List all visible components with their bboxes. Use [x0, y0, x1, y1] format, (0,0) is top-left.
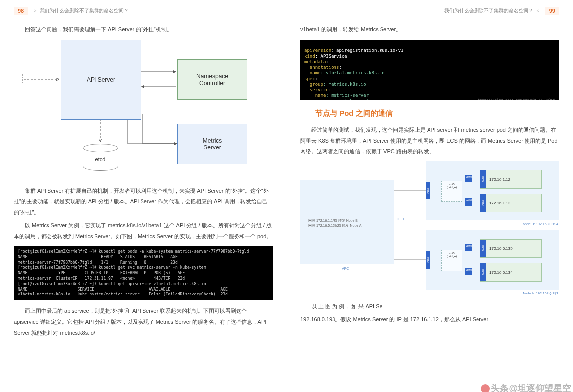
continuation: v1beta1 的调用，转发给 Metrics Server。	[300, 24, 559, 35]
body-text: 而上图中最后的 apiservice，则是把“外挂”和 API Server 联…	[14, 305, 273, 338]
svg-text:⇠⇢: ⇠⇢	[397, 217, 404, 221]
body-text: 回答这个问题，我们需要理解一下 API Server 的“外挂”机制。	[14, 24, 273, 35]
pod-box: eth0172.16.0.134	[480, 263, 542, 282]
pod-box: eth0172.16.1.12	[480, 170, 542, 189]
architecture-diagram: API Server Namespace Controller Metrics …	[14, 40, 273, 178]
namespace-controller-box: Namespace Controller	[177, 59, 247, 100]
page-number: 98	[14, 7, 28, 15]
para-r2: 以 上 图 为 例， 如 果 API Se	[300, 301, 559, 312]
node-b-label: Node B: 192.168.0.194	[523, 222, 558, 226]
cni-bridge: cni0 (bridge)	[441, 181, 462, 202]
etcd-label: etcd	[83, 156, 118, 162]
node-a-box: eth0 cni0 (bridge) veth0 veth0 eth0172.1…	[426, 230, 559, 290]
veth-icon: veth0	[465, 198, 472, 206]
para-r1: 经过简单的测试，我们发现，这个问题实际上是 API server 和 metri…	[300, 124, 559, 157]
eth0-icon: eth0	[426, 182, 430, 199]
page-right: 我们为什么会删除不了集群的命名空间？ < 99 v1beta1 的调用，转发给 …	[286, 0, 573, 392]
api-server-box: API Server	[61, 40, 141, 120]
node-a-label: Node A: 192.168.0.193	[523, 292, 558, 295]
header-right: 我们为什么会删除不了集群的命名空间？ < 99	[300, 7, 559, 15]
route-2: 网段 172.16.0.129/25 转发 Node A	[308, 223, 361, 228]
header-left: 98 > 我们为什么会删除不了集群的命名空间？	[14, 7, 273, 15]
chevron-right-icon: >	[34, 8, 36, 13]
network-diagram: ⇠⇢ ⇠⇢ ⇠⇢ ⇠⇢ 网段 172.16.1.1/25 转发 Node B 网…	[300, 161, 559, 297]
etcd-cylinder: etcd	[83, 144, 118, 171]
veth-icon: veth0	[465, 268, 472, 275]
node-b-box: eth0 cni0 (bridge) veth0 veth0 eth0172.1…	[426, 161, 559, 220]
pod-box: eth0172.16.0.135	[480, 239, 542, 258]
source-url: https://blog.csdn.net/weixin_44774358	[478, 98, 555, 100]
para-1: 集群 API Server 有扩展自己的机制，开发者可以利用这个机制，来实现 A…	[14, 185, 273, 218]
body-text: 以 上 图 为 例， 如 果 API Se 192.168.0.193。假设 M…	[300, 301, 559, 325]
veth-icon: veth0	[465, 175, 472, 182]
body-text: v1beta1 的调用，转发给 Metrics Server。	[300, 24, 559, 35]
watermark-icon	[481, 384, 490, 392]
pod-box: eth0172.16.1.13	[480, 194, 542, 212]
vpc-box: 网段 172.16.1.1/25 转发 Node B 网段 172.16.0.1…	[300, 180, 394, 264]
veth-icon: veth0	[465, 244, 472, 251]
eth0-icon: eth0	[426, 251, 430, 269]
body-text: 集群 API Server 有扩展自己的机制，开发者可以利用这个机制，来实现 A…	[14, 185, 273, 242]
intro-para: 回答这个问题，我们需要理解一下 API Server 的“外挂”机制。	[14, 24, 273, 35]
header-title: 我们为什么会删除不了集群的命名空间？	[40, 7, 129, 14]
para-2: 以 Metrics Server 为例，它实现了 metrics.k8s.io/…	[14, 220, 273, 242]
metrics-server-box: Metrics Server	[177, 124, 247, 164]
section-heading: 节点与 Pod 之间的通信	[300, 109, 559, 118]
vpc-label: VPC	[342, 267, 349, 270]
chevron-left-icon: <	[536, 8, 539, 13]
yaml-block: apiVersion: apiregistration.k8s.io/v1 ki…	[300, 40, 559, 100]
terminal-output-1: [root@izufGivselImm3Xxr4eRfrZ ~]# kubect…	[14, 246, 273, 300]
header-title: 我们为什么会删除不了集群的命名空间？	[444, 7, 533, 14]
para-3: 而上图中最后的 apiservice，则是把“外挂”和 API Server 联…	[14, 305, 273, 338]
cni-bridge: cni0 (bridge)	[441, 250, 462, 271]
body-text: 经过简单的测试，我们发现，这个问题实际上是 API server 和 metri…	[300, 124, 559, 157]
page-left: 98 > 我们为什么会删除不了集群的命名空间？ 回答这个问题，我们需要理解一下 …	[0, 0, 286, 392]
watermark: 头条@坦逐仰望星空	[481, 382, 571, 392]
page-number: 99	[545, 7, 559, 15]
para-r2b: 192.168.0.193。假设 Metrics Server 的 IP 是 1…	[300, 314, 559, 325]
route-1: 网段 172.16.1.1/25 转发 Node B	[308, 218, 361, 223]
